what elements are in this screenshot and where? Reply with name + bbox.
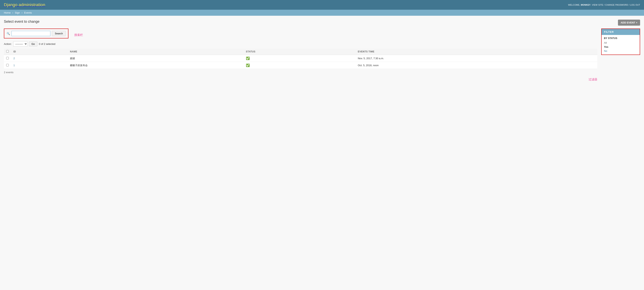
welcome-prefix: WELCOME, (568, 4, 580, 6)
top-bar: Select event to change ADD EVENT + (4, 20, 640, 27)
action-bar: Action: --------- Go 0 of 2 selected (4, 41, 597, 47)
row-name: 嬉嬉 (68, 55, 244, 62)
row-checkbox-cell[interactable] (4, 62, 11, 69)
row-status: ✅ (244, 55, 356, 62)
status-icon: ✅ (246, 57, 250, 60)
results-table: ID NAME STATUS EVENTS TIME 2 嬉嬉 ✅ No (4, 48, 597, 69)
col-header-events-time: EVENTS TIME (356, 48, 597, 55)
content-main: Select event to change ADD EVENT + 🔍 Sea… (0, 16, 644, 85)
table-row: 1 糖猴子的发布会 ✅ Oct. 5, 2018, noon (4, 62, 597, 69)
log-out-link[interactable]: LOG OUT (630, 4, 640, 6)
breadcrumb: Home › Sign › Events (0, 10, 644, 16)
user-tools: WELCOME, MONKEY. VIEW SITE / CHANGE PASS… (568, 4, 640, 6)
row-events-time: Oct. 5, 2018, noon (356, 62, 597, 69)
select-all-checkbox[interactable] (6, 50, 9, 53)
col-header-id: ID (11, 48, 68, 55)
col-header-name: NAME (68, 48, 244, 55)
action-label: Action: (4, 42, 12, 45)
row-checkbox-cell[interactable] (4, 55, 11, 62)
filter-option-no[interactable]: No (604, 49, 638, 53)
view-site-link[interactable]: VIEW SITE (592, 4, 603, 6)
filter-option-all[interactable]: All (604, 41, 638, 44)
filter-title: FILTER (602, 29, 640, 35)
row-name: 糖猴子的发布会 (68, 62, 244, 69)
row-count-text: 2 events (4, 71, 14, 74)
breadcrumb-home[interactable]: Home (4, 11, 11, 14)
selected-count: 0 of 2 selected (39, 42, 56, 45)
select-all-checkbox-header[interactable] (4, 48, 11, 55)
table-body: 2 嬉嬉 ✅ Nov. 5, 2017, 7:30 a.m. 1 糖猴子的发布会… (4, 55, 597, 69)
go-button[interactable]: Go (29, 41, 37, 46)
search-input[interactable] (12, 31, 50, 36)
col-header-status: STATUS (244, 48, 356, 55)
username: MONKEY (581, 4, 590, 6)
row-id: 2 (11, 55, 68, 62)
row-checkbox[interactable] (6, 64, 9, 66)
row-count: 2 events (4, 71, 597, 74)
table-header: ID NAME STATUS EVENTS TIME (4, 48, 597, 55)
filter-annotation: 过滤器 (588, 78, 597, 81)
search-button[interactable]: Search (52, 31, 66, 36)
row-id-link[interactable]: 1 (14, 64, 15, 67)
brand-title: Django administration (4, 2, 45, 7)
row-id: 1 (11, 62, 68, 69)
filter-box: FILTER By status All Yes No (601, 28, 640, 55)
action-select[interactable]: --------- (13, 41, 28, 47)
row-checkbox[interactable] (6, 57, 9, 59)
filter-section-label: By status (604, 37, 638, 40)
status-icon: ✅ (246, 64, 250, 67)
page-title: Select event to change (4, 20, 40, 24)
search-hint-label: 搜索栏 (74, 33, 83, 37)
search-form: 🔍 Search (4, 28, 68, 38)
search-row: 🔍 Search 搜索栏 (4, 28, 597, 41)
row-events-time: Nov. 5, 2017, 7:30 a.m. (356, 55, 597, 62)
content-wrapper: 🔍 Search 搜索栏 Action: --------- Go 0 of 2… (4, 28, 640, 74)
filter-option-yes[interactable]: Yes (604, 45, 638, 48)
search-icon: 🔍 (6, 32, 10, 35)
filter-sidebar: FILTER By status All Yes No (601, 28, 640, 55)
header: Django administration WELCOME, MONKEY. V… (0, 0, 644, 10)
main-content-area: 🔍 Search 搜索栏 Action: --------- Go 0 of 2… (4, 28, 597, 74)
breadcrumb-sign[interactable]: Sign (15, 11, 20, 14)
table-row: 2 嬉嬉 ✅ Nov. 5, 2017, 7:30 a.m. (4, 55, 597, 62)
row-id-link[interactable]: 2 (14, 57, 15, 60)
row-status: ✅ (244, 62, 356, 69)
filter-section: By status All Yes No (602, 35, 640, 55)
breadcrumb-current: Events (24, 11, 32, 14)
change-password-link[interactable]: CHANGE PASSWORD (605, 4, 628, 6)
add-event-button[interactable]: ADD EVENT + (618, 20, 640, 26)
filter-links: All Yes No (604, 41, 638, 53)
brand-link[interactable]: Django administration (4, 2, 45, 7)
